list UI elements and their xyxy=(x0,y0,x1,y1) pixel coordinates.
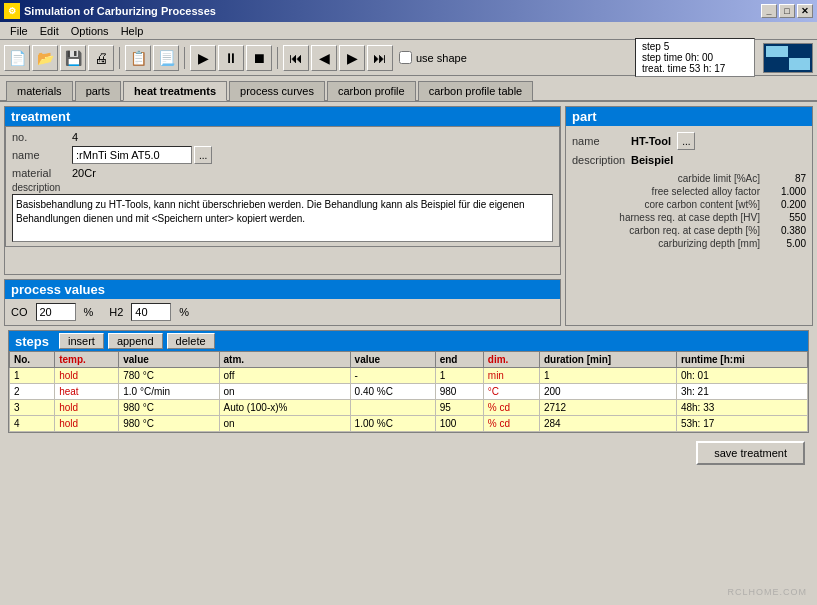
print-button[interactable]: 🖨 xyxy=(88,45,114,71)
tab-parts[interactable]: parts xyxy=(75,81,121,101)
paste-button[interactable]: 📃 xyxy=(153,45,179,71)
tab-materials[interactable]: materials xyxy=(6,81,73,101)
logo-cell-2 xyxy=(789,46,811,58)
use-shape-label: use shape xyxy=(416,52,467,64)
part-desc-value: Beispiel xyxy=(631,154,673,166)
tab-heat-treatments[interactable]: heat treatments xyxy=(123,81,227,101)
part-desc-label: description xyxy=(572,154,627,166)
part-name-value: HT-Tool xyxy=(631,135,671,147)
table-row[interactable]: 2heat1.0 °C/minon0.40 %C980°C2003h: 21 xyxy=(10,384,808,400)
part-browse-button[interactable]: ... xyxy=(677,132,695,150)
co-label: CO xyxy=(11,306,28,318)
col-atm-value: value xyxy=(350,352,435,368)
part-body: name HT-Tool ... description Beispiel ca… xyxy=(566,126,812,256)
close-button[interactable]: ✕ xyxy=(797,4,813,18)
h2-label: H2 xyxy=(109,306,123,318)
menu-options[interactable]: Options xyxy=(65,24,115,38)
co-input[interactable] xyxy=(36,303,76,321)
maximize-button[interactable]: □ xyxy=(779,4,795,18)
steps-wrapper: steps insert append delete No. temp. val… xyxy=(4,330,813,437)
material-value: 20Cr xyxy=(72,167,96,179)
menu-help[interactable]: Help xyxy=(115,24,150,38)
table-row[interactable]: 1hold780 °Coff-1min10h: 01 xyxy=(10,368,808,384)
steps-table: No. temp. value atm. value end dim. dura… xyxy=(9,351,808,432)
menu-file[interactable]: File xyxy=(4,24,34,38)
col-temp-value: value xyxy=(119,352,219,368)
no-label: no. xyxy=(12,131,72,143)
desc-label: description xyxy=(12,182,553,193)
tabs-row: materials parts heat treatments process … xyxy=(0,76,817,100)
tab-carbon-profile[interactable]: carbon profile xyxy=(327,81,416,101)
play-button[interactable]: ▶ xyxy=(190,45,216,71)
append-button[interactable]: append xyxy=(108,333,163,349)
toolbar-sep-2 xyxy=(184,47,185,69)
part-prop-5: carburizing depth [mm] 5.00 xyxy=(572,237,806,250)
part-prop-2: core carbon content [wt%] 0.200 xyxy=(572,198,806,211)
h2-unit: % xyxy=(179,306,189,318)
part-prop-3: harness req. at case depth [HV] 550 xyxy=(572,211,806,224)
delete-button[interactable]: delete xyxy=(167,333,215,349)
logo-cell-1 xyxy=(766,46,788,58)
minimize-button[interactable]: _ xyxy=(761,4,777,18)
logo-cell-3 xyxy=(766,58,788,70)
save-treatment-button[interactable]: save treatment xyxy=(696,441,805,465)
toolbar: 📄 📂 💾 🖨 📋 📃 ▶ ⏸ ⏹ ⏮ ◀ ▶ ⏭ use shape step… xyxy=(0,40,817,76)
title-bar: ⚙ Simulation of Carburizing Processes _ … xyxy=(0,0,817,22)
col-temp: temp. xyxy=(55,352,119,368)
bottom-area: save treatment xyxy=(4,437,813,469)
part-prop-4: carbon req. at case depth [%] 0.380 xyxy=(572,224,806,237)
insert-button[interactable]: insert xyxy=(59,333,104,349)
part-properties: carbide limit [%Ac] 87 free selected all… xyxy=(572,172,806,250)
h2-input[interactable] xyxy=(131,303,171,321)
name-browse-button[interactable]: ... xyxy=(194,146,212,164)
prev-step-button[interactable]: ⏮ xyxy=(283,45,309,71)
part-section: part name HT-Tool ... description Beispi… xyxy=(565,106,813,326)
description-box: Basisbehandlung zu HT-Tools, kann nicht … xyxy=(12,194,553,242)
part-name-label: name xyxy=(572,135,627,147)
treatment-header: treatment xyxy=(5,107,560,126)
process-values-header: process values xyxy=(5,280,560,299)
toolbar-sep-1 xyxy=(119,47,120,69)
tab-carbon-profile-table[interactable]: carbon profile table xyxy=(418,81,534,101)
col-end: end xyxy=(435,352,483,368)
col-duration: duration [min] xyxy=(539,352,676,368)
part-prop-1: free selected alloy factor 1.000 xyxy=(572,185,806,198)
part-header: part xyxy=(566,107,812,126)
treatment-section: treatment no. 4 name ... material 20Cr xyxy=(4,106,561,275)
process-values-section: process values CO % H2 % xyxy=(4,279,561,326)
no-value: 4 xyxy=(72,131,78,143)
forward-button[interactable]: ▶ xyxy=(339,45,365,71)
col-no: No. xyxy=(10,352,55,368)
col-runtime: runtime [h:mi xyxy=(676,352,807,368)
tab-process-curves[interactable]: process curves xyxy=(229,81,325,101)
material-label: material xyxy=(12,167,72,179)
menu-edit[interactable]: Edit xyxy=(34,24,65,38)
step-info: step 5 step time 0h: 00 treat. time 53 h… xyxy=(635,38,755,77)
treatment-body: no. 4 name ... material 20Cr description… xyxy=(5,126,560,247)
watermark: RCLHOME.COM xyxy=(727,587,807,597)
part-prop-0: carbide limit [%Ac] 87 xyxy=(572,172,806,185)
name-label: name xyxy=(12,149,72,161)
stop-button[interactable]: ⏹ xyxy=(246,45,272,71)
co-unit: % xyxy=(84,306,94,318)
name-input[interactable] xyxy=(72,146,192,164)
col-dim: dim. xyxy=(483,352,539,368)
col-atm: atm. xyxy=(219,352,350,368)
steps-header: steps insert append delete xyxy=(9,331,808,351)
toolbar-sep-3 xyxy=(277,47,278,69)
next-step-button[interactable]: ⏭ xyxy=(367,45,393,71)
table-row[interactable]: 3hold980 °CAuto (100-x)%95% cd271248h: 3… xyxy=(10,400,808,416)
use-shape-checkbox[interactable] xyxy=(399,51,412,64)
process-values-body: CO % H2 % xyxy=(5,299,560,325)
save-toolbar-button[interactable]: 💾 xyxy=(60,45,86,71)
open-button[interactable]: 📂 xyxy=(32,45,58,71)
logo-cell-4 xyxy=(789,58,811,70)
new-button[interactable]: 📄 xyxy=(4,45,30,71)
steps-title: steps xyxy=(15,334,49,349)
table-row[interactable]: 4hold980 °Con1.00 %C100% cd28453h: 17 xyxy=(10,416,808,432)
app-icon: ⚙ xyxy=(4,3,20,19)
copy-button[interactable]: 📋 xyxy=(125,45,151,71)
back-button[interactable]: ◀ xyxy=(311,45,337,71)
pause-button[interactable]: ⏸ xyxy=(218,45,244,71)
app-logo xyxy=(763,43,813,73)
